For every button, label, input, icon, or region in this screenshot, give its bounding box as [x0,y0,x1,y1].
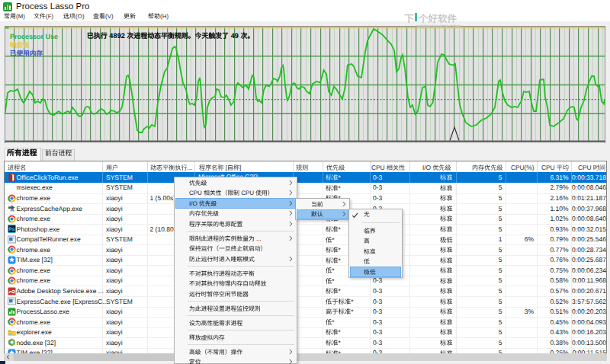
svg-text:*: * [332,318,334,325]
svg-text:*: * [351,298,353,305]
svg-text:*: * [332,277,334,284]
svg-text:*: * [338,225,340,232]
svg-text:*: * [332,267,334,274]
svg-text:*: * [338,257,340,263]
svg-text:*: * [338,339,340,346]
svg-text:CPU: CPU [241,190,254,196]
svg-text:]: ] [239,164,241,171]
svg-text:CPU: CPU [578,164,592,171]
svg-text:*: * [338,184,340,191]
svg-text:Ps: Ps [8,227,14,232]
svg-text:CPU: CPU [541,164,555,171]
svg-text:I/O: I/O [189,200,197,207]
svg-text:49: 49 [231,32,239,40]
svg-text:*: * [338,174,340,181]
svg-text:CPU: CPU [189,190,202,196]
svg-text:*: * [332,236,334,243]
svg-text:*: * [338,288,340,295]
svg-text:...: ... [187,164,192,171]
svg-text:...: ... [256,235,262,242]
svg-text:*: * [351,308,353,315]
svg-text:*: * [338,329,340,336]
svg-text:4892: 4892 [109,32,125,40]
svg-text:*: * [338,246,340,253]
svg-text:I/O: I/O [422,164,431,171]
svg-text:[: [ [225,164,226,171]
svg-text:CPU: CPU [371,164,385,171]
svg-text:CPU(%): CPU(%) [511,164,534,171]
